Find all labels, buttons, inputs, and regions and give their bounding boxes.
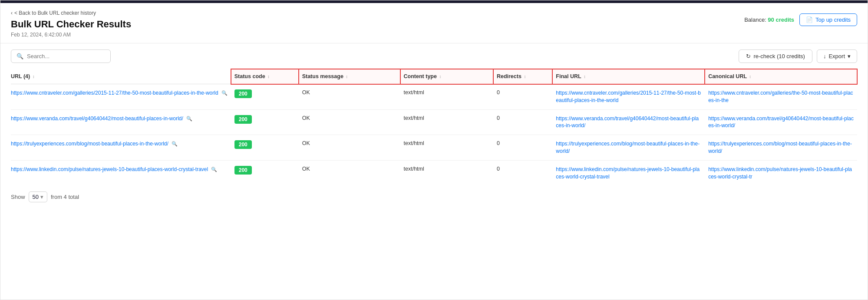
cell-final-url: https://www.veranda.com/travel/g40640442… <box>552 109 705 135</box>
cell-final-url: https://www.cntraveler.com/galleries/201… <box>552 84 705 110</box>
export-label: Export <box>828 53 845 59</box>
cell-status-code: 200 <box>231 84 299 110</box>
refresh-icon: ↻ <box>746 53 751 59</box>
url-search-icon[interactable]: 🔍 <box>170 141 178 146</box>
url-search-icon[interactable]: 🔍 <box>210 167 217 172</box>
url-search-icon[interactable]: 🔍 <box>220 90 228 96</box>
data-table: URL (4) ↕ Status code ↕ Status message ↕… <box>11 69 857 185</box>
show-value: 50 <box>33 194 39 200</box>
cell-redirects: 0 <box>493 160 552 185</box>
col-url-label: URL (4) <box>11 73 30 79</box>
col-content-type-sort-icon: ↕ <box>439 74 441 79</box>
col-header-status-code[interactable]: Status code ↕ <box>231 69 299 84</box>
status-badge: 200 <box>234 166 252 175</box>
col-header-redirects[interactable]: Redirects ↕ <box>493 69 552 84</box>
search-box[interactable]: 🔍 <box>11 49 111 63</box>
url-link[interactable]: https://www.veranda.com/travel/g40640442… <box>11 115 183 122</box>
table-body: https://www.cntraveler.com/galleries/201… <box>11 84 857 186</box>
cell-status-code: 200 <box>231 160 299 185</box>
final-url-link[interactable]: https://www.veranda.com/travel/g40640442… <box>556 115 699 129</box>
final-url-link[interactable]: https://trulyexperiences.com/blog/most-b… <box>556 141 700 154</box>
cell-status-message: OK <box>299 160 400 185</box>
header-right: Balance: 90 credits 📄 Top up credits <box>744 13 857 26</box>
cell-status-message: OK <box>299 135 400 161</box>
col-header-canonical-url[interactable]: Canonical URL ↕ <box>705 69 857 84</box>
back-link-text: < Back to Bulk URL checker history <box>14 10 96 16</box>
search-input[interactable] <box>27 53 105 59</box>
col-status-msg-label: Status message <box>302 73 343 79</box>
cell-content-type: text/html <box>400 135 493 161</box>
col-header-final-url[interactable]: Final URL ↕ <box>552 69 705 84</box>
show-chevron-icon: ▾ <box>40 194 43 200</box>
cell-canonical-url: https://www.cntraveler.com/galleries/the… <box>705 84 857 110</box>
cell-content-type: text/html <box>400 84 493 110</box>
balance-text: Balance: 90 credits <box>744 16 794 23</box>
col-canonical-url-label: Canonical URL <box>708 73 747 79</box>
back-arrow-icon: ‹ <box>11 10 13 16</box>
cell-final-url: https://trulyexperiences.com/blog/most-b… <box>552 135 705 161</box>
cell-final-url: https://www.linkedin.com/pulse/natures-j… <box>552 160 705 185</box>
table-row: https://www.veranda.com/travel/g40640442… <box>11 109 857 135</box>
balance-credits: 90 credits <box>768 16 794 23</box>
show-label: Show <box>11 194 25 200</box>
col-content-type-label: Content type <box>404 73 437 79</box>
recheck-button[interactable]: ↻ re-check (10 credits) <box>739 49 812 63</box>
top-up-icon: 📄 <box>806 16 813 23</box>
col-header-content-type[interactable]: Content type ↕ <box>400 69 493 84</box>
export-button[interactable]: ↓ Export ▾ <box>817 49 857 63</box>
col-status-code-sort-icon: ↕ <box>267 74 270 79</box>
canonical-url-link[interactable]: https://www.cntraveler.com/galleries/the… <box>708 90 853 103</box>
col-header-status-message[interactable]: Status message ↕ <box>299 69 400 84</box>
url-link[interactable]: https://www.cntraveler.com/galleries/201… <box>11 90 218 96</box>
top-up-label: Top up credits <box>815 16 851 23</box>
cell-url: https://www.linkedin.com/pulse/natures-j… <box>11 160 231 185</box>
page-wrapper: ‹ < Back to Bulk URL checker history Bul… <box>0 0 868 300</box>
page-title: Bulk URL Checker Results <box>11 19 131 30</box>
cell-status-code: 200 <box>231 109 299 135</box>
status-badge: 200 <box>234 115 252 124</box>
url-link[interactable]: https://trulyexperiences.com/blog/most-b… <box>11 141 168 147</box>
toolbar-actions: ↻ re-check (10 credits) ↓ Export ▾ <box>739 49 857 63</box>
cell-canonical-url: https://trulyexperiences.com/blog/most-b… <box>705 135 857 161</box>
canonical-url-link[interactable]: https://trulyexperiences.com/blog/most-b… <box>708 141 852 154</box>
cell-content-type: text/html <box>400 109 493 135</box>
cell-canonical-url: https://www.veranda.com/travel/g40640442… <box>705 109 857 135</box>
total-label: from 4 total <box>51 194 79 200</box>
col-redirects-sort-icon: ↕ <box>524 74 526 79</box>
page-subtitle: Feb 12, 2024, 6:42:00 AM <box>11 32 131 38</box>
cell-url: https://www.cntraveler.com/galleries/201… <box>11 84 231 110</box>
balance-label: Balance: <box>744 16 766 23</box>
footer-section: Show 50 ▾ from 4 total <box>0 185 868 208</box>
cell-url: https://trulyexperiences.com/blog/most-b… <box>11 135 231 161</box>
show-select[interactable]: 50 ▾ <box>29 191 47 202</box>
back-link[interactable]: ‹ < Back to Bulk URL checker history <box>11 10 131 16</box>
toolbar-section: 🔍 ↻ re-check (10 credits) ↓ Export ▾ <box>0 43 868 69</box>
canonical-url-link[interactable]: https://www.veranda.com/travel/g40640442… <box>708 115 854 129</box>
col-canonical-url-sort-icon: ↕ <box>749 74 751 79</box>
header-left: ‹ < Back to Bulk URL checker history Bul… <box>11 10 131 38</box>
table-row: https://www.linkedin.com/pulse/natures-j… <box>11 160 857 185</box>
url-search-icon[interactable]: 🔍 <box>185 116 192 121</box>
table-row: https://trulyexperiences.com/blog/most-b… <box>11 135 857 161</box>
cell-redirects: 0 <box>493 84 552 110</box>
table-section: URL (4) ↕ Status code ↕ Status message ↕… <box>0 69 868 185</box>
cell-status-code: 200 <box>231 135 299 161</box>
cell-status-message: OK <box>299 109 400 135</box>
download-icon: ↓ <box>823 53 826 59</box>
status-badge: 200 <box>234 140 252 149</box>
url-link[interactable]: https://www.linkedin.com/pulse/natures-j… <box>11 166 208 172</box>
header-section: ‹ < Back to Bulk URL checker history Bul… <box>0 3 868 43</box>
cell-content-type: text/html <box>400 160 493 185</box>
col-final-url-label: Final URL <box>556 73 581 79</box>
final-url-link[interactable]: https://www.linkedin.com/pulse/natures-j… <box>556 166 700 180</box>
table-row: https://www.cntraveler.com/galleries/201… <box>11 84 857 110</box>
cell-redirects: 0 <box>493 109 552 135</box>
col-status-code-label: Status code <box>234 73 265 79</box>
final-url-link[interactable]: https://www.cntraveler.com/galleries/201… <box>556 90 701 103</box>
col-final-url-sort-icon: ↕ <box>584 74 586 79</box>
recheck-label: re-check (10 credits) <box>753 53 805 59</box>
top-up-button[interactable]: 📄 Top up credits <box>799 13 857 26</box>
canonical-url-link[interactable]: https://www.linkedin.com/pulse/natures-j… <box>708 166 852 180</box>
col-header-url[interactable]: URL (4) ↕ <box>11 69 231 84</box>
cell-canonical-url: https://www.linkedin.com/pulse/natures-j… <box>705 160 857 185</box>
